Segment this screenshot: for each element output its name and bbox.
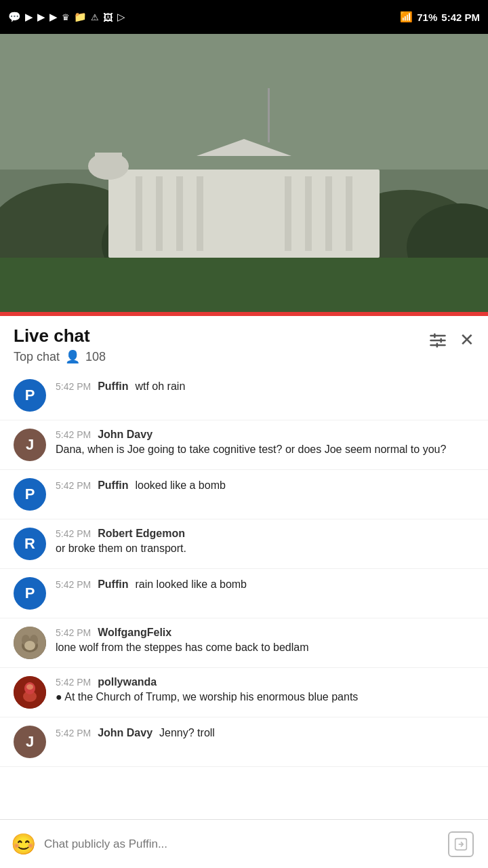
chat-message: rain looked like a bomb: [135, 577, 247, 592]
chat-meta: 5:42 PMPuffinrain looked like a bomb: [56, 577, 474, 592]
svg-rect-19: [0, 258, 488, 312]
chat-meta: 5:42 PMPuffinlooked like a bomb: [56, 478, 474, 493]
avatar: P: [14, 577, 46, 610]
youtube3-icon: ▶: [49, 11, 58, 23]
folder-icon: 📁: [74, 11, 87, 23]
chat-message: ● At the Church of Trump, we worship his…: [56, 690, 474, 705]
avatar: J: [14, 429, 46, 461]
image-icon: 🖼: [103, 12, 113, 23]
chat-title-area: Live chat Top chat 👤 108: [14, 326, 106, 364]
chat-item: J5:42 PMJohn DavyDana, when is Joe going…: [0, 420, 488, 470]
chat-item: 5:42 PMWolfgangFelixlone wolf from the s…: [0, 618, 488, 668]
chat-username: John Davy: [98, 727, 152, 739]
send-button[interactable]: [445, 828, 477, 861]
send-icon: [448, 831, 474, 857]
close-button[interactable]: ✕: [460, 330, 474, 351]
chat-input[interactable]: [44, 829, 436, 859]
chat-time: 5:42 PM: [56, 381, 91, 392]
battery-text: 71%: [417, 12, 437, 23]
emoji-button[interactable]: 😊: [11, 832, 36, 856]
chat-content: 5:42 PMRobert Edgemonor broke them on tr…: [56, 528, 474, 556]
chat-item: P5:42 PMPuffinlooked like a bomb: [0, 470, 488, 519]
chat-username: pollywanda: [98, 676, 157, 688]
chat-username: Puffin: [98, 479, 128, 492]
svg-rect-12: [305, 176, 312, 251]
play-icon: ▷: [117, 11, 125, 23]
chat-item: P5:42 PMPuffinrain looked like a bomb: [0, 569, 488, 618]
svg-point-34: [26, 684, 33, 690]
chat-message: looked like a bomb: [135, 478, 225, 493]
time-display: 5:42 PM: [441, 12, 480, 23]
chat-username: Puffin: [98, 380, 128, 393]
chat-time: 5:42 PM: [56, 579, 91, 590]
chat-time: 5:42 PM: [56, 528, 91, 539]
chat-username: Robert Edgemon: [98, 528, 185, 540]
chat-item: P5:42 PMPuffinwtf oh rain: [0, 371, 488, 420]
chat-item: J5:42 PMJohn DavyJenny? troll: [0, 717, 488, 767]
filter-button[interactable]: [428, 331, 447, 350]
avatar: R: [14, 528, 46, 560]
chat-time: 5:42 PM: [56, 728, 91, 738]
chat-meta: 5:42 PMWolfgangFelix: [56, 627, 474, 639]
chat-meta: 5:42 PMPuffinwtf oh rain: [56, 379, 474, 394]
chat-username: WolfgangFelix: [98, 627, 171, 639]
live-chat-title: Live chat: [14, 326, 106, 347]
chat-content: 5:42 PMPuffinlooked like a bomb: [56, 478, 474, 494]
avatar: [14, 627, 46, 659]
svg-rect-11: [285, 176, 291, 251]
chat-meta: 5:42 PMJohn Davy: [56, 429, 474, 441]
chat-message: lone wolf from the steppes has come back…: [56, 640, 474, 655]
chat-time: 5:42 PM: [56, 627, 91, 638]
svg-rect-10: [197, 176, 203, 251]
viewer-icon: 👤: [65, 349, 80, 364]
bottom-spacer: [0, 767, 488, 821]
chat-time: 5:42 PM: [56, 677, 91, 688]
chat-content: 5:42 PMPuffinwtf oh rain: [56, 379, 474, 395]
avatar: [14, 676, 46, 709]
chat-username: Puffin: [98, 578, 128, 591]
video-player[interactable]: [0, 34, 488, 312]
chat-username: John Davy: [98, 429, 152, 441]
chat-item: R5:42 PMRobert Edgemonor broke them on t…: [0, 519, 488, 569]
avatar: P: [14, 478, 46, 511]
svg-rect-17: [95, 153, 122, 167]
chat-message: or broke them on transport.: [56, 541, 474, 556]
chat-meta: 5:42 PMpollywanda: [56, 676, 474, 688]
youtube-icon: ▶: [25, 11, 33, 23]
chat-content: 5:42 PMpollywanda● At the Church of Trum…: [56, 676, 474, 705]
chat-message: Jenny? troll: [159, 726, 215, 741]
chat-list: P5:42 PMPuffinwtf oh rainJ5:42 PMJohn Da…: [0, 371, 488, 767]
svg-rect-6: [108, 170, 380, 258]
warning-icon: ⚠: [91, 12, 99, 22]
chat-subtitle: Top chat 👤 108: [14, 349, 106, 364]
chat-time: 5:42 PM: [56, 480, 91, 491]
status-icons: 💬 ▶ ▶ ▶ ♛ 📁 ⚠ 🖼 ▷: [8, 11, 125, 23]
svg-rect-13: [325, 176, 332, 251]
chat-content: 5:42 PMJohn DavyJenny? troll: [56, 726, 474, 742]
message-icon: 💬: [8, 11, 21, 23]
svg-rect-7: [136, 176, 142, 251]
chat-content: 5:42 PMWolfgangFelixlone wolf from the s…: [56, 627, 474, 655]
svg-rect-8: [156, 176, 163, 251]
avatar: P: [14, 379, 46, 412]
live-chat-header: Live chat Top chat 👤 108 ✕: [0, 316, 488, 371]
wifi-icon: 📶: [400, 11, 413, 23]
chat-message: Dana, when is Joe going to take cognitiv…: [56, 442, 474, 457]
status-right-icons: 📶 71% 5:42 PM: [400, 11, 480, 23]
svg-rect-18: [268, 88, 270, 142]
chat-content: 5:42 PMPuffinrain looked like a bomb: [56, 577, 474, 593]
viewer-count: 108: [85, 350, 106, 364]
chat-meta: 5:42 PMJohn DavyJenny? troll: [56, 726, 474, 741]
chat-meta: 5:42 PMRobert Edgemon: [56, 528, 474, 540]
youtube2-icon: ▶: [37, 11, 45, 23]
chat-input-bar: 😊: [0, 819, 488, 868]
top-chat-label: Top chat: [14, 350, 60, 364]
video-thumbnail: [0, 34, 488, 312]
svg-point-30: [24, 641, 35, 650]
avatar: J: [14, 726, 46, 758]
chat-message: wtf oh rain: [135, 379, 185, 394]
crown-icon: ♛: [62, 12, 70, 22]
header-actions: ✕: [428, 326, 474, 351]
chat-time: 5:42 PM: [56, 429, 91, 440]
video-scene: [0, 34, 488, 312]
